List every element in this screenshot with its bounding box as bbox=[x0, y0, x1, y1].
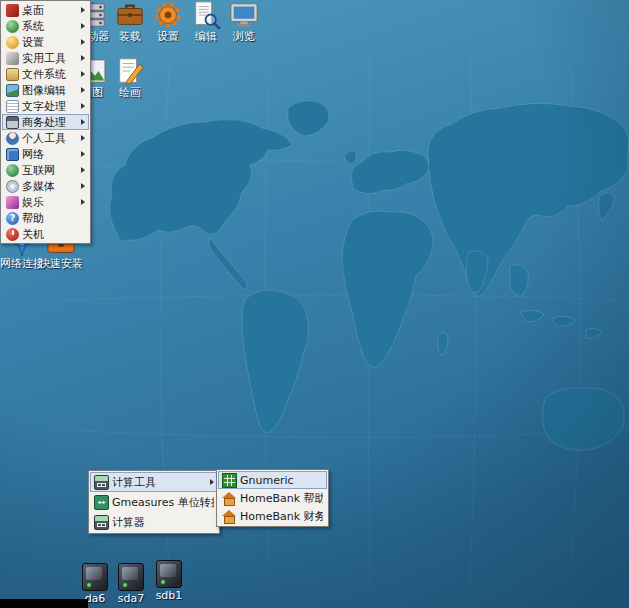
menu-item-label: 实用工具 bbox=[22, 51, 78, 66]
submenu-arrow-icon bbox=[81, 71, 85, 77]
screen-corner-black bbox=[0, 599, 88, 608]
drive-label: sdb1 bbox=[156, 589, 183, 602]
submenu-arrow-icon bbox=[81, 87, 85, 93]
menu-item-network[interactable]: 网络 bbox=[2, 146, 89, 162]
menu-item-label: 互联网 bbox=[22, 163, 78, 178]
menu-item-label: 帮助 bbox=[22, 211, 85, 226]
menu-item-business[interactable]: 商务处理 bbox=[2, 114, 89, 130]
network-menu-icon bbox=[6, 148, 19, 161]
submenu-item-calc-tools[interactable]: 计算工具 bbox=[90, 472, 218, 492]
menu-item-help[interactable]: ? 帮助 bbox=[2, 210, 89, 226]
menu-item-multimedia[interactable]: 多媒体 bbox=[2, 178, 89, 194]
desktop-menu-icon bbox=[6, 4, 19, 17]
menu-item-shutdown[interactable]: 关机 bbox=[2, 226, 89, 242]
submenu-arrow-icon bbox=[81, 119, 85, 125]
menu-item-utilities[interactable]: 实用工具 bbox=[2, 50, 89, 66]
menu-item-label: 系统 bbox=[22, 19, 78, 34]
drive-label: sda7 bbox=[118, 592, 144, 605]
desktop-icon-browse[interactable]: 浏览 bbox=[225, 0, 263, 43]
menu-item-label: 文件系统 bbox=[22, 67, 78, 82]
submenu-arrow-icon bbox=[81, 23, 85, 29]
multimedia-menu-icon bbox=[6, 180, 19, 193]
menu-item-label: 商务处理 bbox=[22, 115, 78, 130]
hdd-icon bbox=[156, 560, 182, 588]
submenu-item-gnumeric[interactable]: Gnumeric bbox=[218, 471, 327, 489]
system-menu-icon bbox=[6, 20, 19, 33]
submenu-arrow-icon bbox=[81, 183, 85, 189]
settings-menu-icon bbox=[6, 36, 19, 49]
document-magnifier-icon bbox=[191, 0, 221, 30]
desktop-icon-settings[interactable]: 设置 bbox=[149, 0, 187, 43]
submenu-arrow-icon bbox=[81, 151, 85, 157]
menu-item-label: 关机 bbox=[22, 227, 85, 242]
menu-item-label: Gmeasures 单位转换器 bbox=[112, 495, 214, 510]
submenu-item-homebank-help[interactable]: HomeBank 帮助 bbox=[218, 489, 327, 507]
help-menu-icon: ? bbox=[6, 212, 19, 225]
submenu-arrow-icon bbox=[81, 135, 85, 141]
desktop-icon-label: 网络连接 bbox=[0, 258, 44, 270]
homebank-icon bbox=[222, 509, 237, 524]
desktop-icon-mount[interactable]: 装载 bbox=[111, 0, 149, 43]
menu-item-internet[interactable]: 互联网 bbox=[2, 162, 89, 178]
shutdown-menu-icon bbox=[6, 228, 19, 241]
hdd-icon bbox=[82, 563, 108, 591]
gnumeric-icon bbox=[222, 473, 237, 488]
image-editing-menu-icon bbox=[6, 84, 19, 97]
internet-menu-icon bbox=[6, 164, 19, 177]
menu-item-desktop[interactable]: 桌面 bbox=[2, 2, 89, 18]
menu-item-word-processing[interactable]: 文字处理 bbox=[2, 98, 89, 114]
start-menu: 桌面 系统 设置 实用工具 文件系统 图像编辑 bbox=[0, 0, 91, 244]
submenu-arrow-icon bbox=[81, 103, 85, 109]
submenu-arrow-icon bbox=[81, 39, 85, 45]
menu-item-label: 图像编辑 bbox=[22, 83, 78, 98]
menu-item-label: 网络 bbox=[22, 147, 78, 162]
menu-item-image-editing[interactable]: 图像编辑 bbox=[2, 82, 89, 98]
submenu-item-homebank-finance[interactable]: HomeBank 财务管理 bbox=[218, 507, 327, 525]
menu-item-label: 多媒体 bbox=[22, 179, 78, 194]
monitor-icon bbox=[229, 0, 259, 30]
desktop: 文件 ? 帮助 驱动器 装载 bbox=[0, 0, 629, 608]
menu-item-system[interactable]: 系统 bbox=[2, 18, 89, 34]
submenu-item-calculator[interactable]: 计算器 bbox=[90, 512, 218, 532]
menu-item-settings[interactable]: 设置 bbox=[2, 34, 89, 50]
menu-item-entertainment[interactable]: 娱乐 bbox=[2, 194, 89, 210]
menu-item-label: Gnumeric bbox=[240, 474, 323, 487]
submenu-arrow-icon bbox=[81, 167, 85, 173]
entertainment-menu-icon bbox=[6, 196, 19, 209]
submenu-arrow-icon bbox=[210, 479, 214, 485]
document-pencil-icon bbox=[115, 56, 145, 86]
menu-item-label: 娱乐 bbox=[22, 195, 78, 210]
menu-item-label: 桌面 bbox=[22, 3, 78, 18]
menu-item-label: 文字处理 bbox=[22, 99, 78, 114]
desktop-icon-label: 装载 bbox=[119, 31, 141, 43]
desktop-icon-edit[interactable]: 编辑 bbox=[187, 0, 225, 43]
menu-item-label: 计算工具 bbox=[112, 475, 207, 490]
desktop-icon-label: 浏览 bbox=[233, 31, 255, 43]
desktop-icon-label: 编辑 bbox=[195, 31, 217, 43]
menu-item-label: HomeBank 财务管理 bbox=[240, 509, 323, 524]
submenu-arrow-icon bbox=[81, 55, 85, 61]
drive-icon-sdb1[interactable]: sdb1 bbox=[152, 560, 186, 602]
gear-icon bbox=[153, 0, 183, 30]
desktop-icon-label: 绘画 bbox=[119, 87, 141, 99]
filesystem-menu-icon bbox=[6, 68, 19, 81]
business-submenu: 计算工具 Gmeasures 单位转换器 计算器 bbox=[88, 470, 220, 534]
word-processing-menu-icon bbox=[6, 100, 19, 113]
menu-item-label: 计算器 bbox=[112, 515, 214, 530]
submenu-arrow-icon bbox=[81, 7, 85, 13]
hdd-icon bbox=[118, 563, 144, 591]
briefcase-icon bbox=[115, 0, 145, 30]
business-menu-icon bbox=[6, 116, 19, 129]
menu-item-filesystem[interactable]: 文件系统 bbox=[2, 66, 89, 82]
menu-item-personal-tools[interactable]: 个人工具 bbox=[2, 130, 89, 146]
submenu-item-gmeasures[interactable]: Gmeasures 单位转换器 bbox=[90, 492, 218, 512]
drive-icon-sda7[interactable]: sda7 bbox=[114, 563, 148, 605]
calc-tools-submenu: Gnumeric HomeBank 帮助 HomeBank 财务管理 bbox=[216, 469, 329, 527]
calculator-icon bbox=[94, 475, 109, 490]
utilities-menu-icon bbox=[6, 52, 19, 65]
desktop-icon-draw[interactable]: 绘画 bbox=[111, 56, 149, 99]
personal-tools-menu-icon bbox=[6, 132, 19, 145]
homebank-icon bbox=[222, 491, 237, 506]
desktop-icon-label: 快速安装 bbox=[39, 258, 83, 270]
calculator-icon bbox=[94, 515, 109, 530]
